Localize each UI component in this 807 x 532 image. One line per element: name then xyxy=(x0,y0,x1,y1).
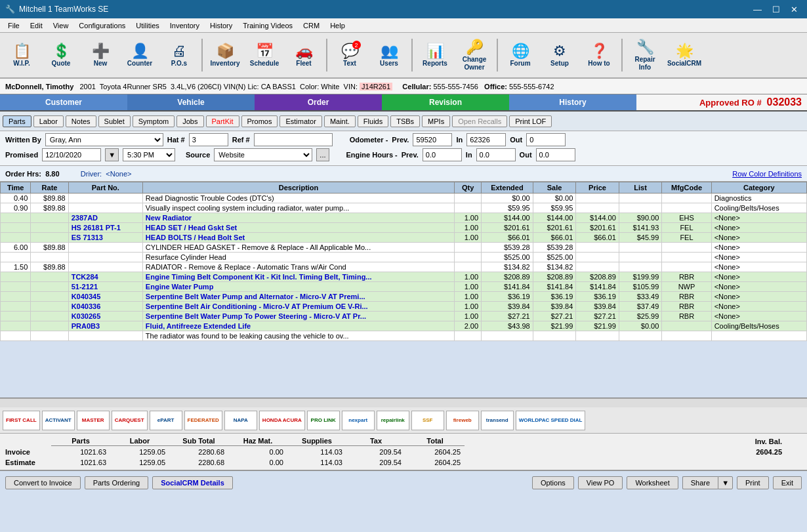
cell-price[interactable]: $208.89 xyxy=(576,272,619,282)
tab-order[interactable]: Order xyxy=(255,94,382,110)
toolbar-btn-fleet[interactable]: 🚗Fleet xyxy=(285,35,323,75)
tab-history[interactable]: History xyxy=(509,94,636,110)
cell-category[interactable]: Cooling/Belts/Hoses xyxy=(711,321,806,331)
menu-item-help[interactable]: Help xyxy=(325,21,350,30)
cell-rate[interactable] xyxy=(31,282,68,292)
cell-category[interactable]: <None> xyxy=(711,233,806,243)
table-row[interactable]: K040336Serpentine Belt Air Conditioning … xyxy=(1,302,807,312)
cell-mfgcode[interactable]: RBR xyxy=(662,272,711,282)
logo-repairlink[interactable]: repairlink xyxy=(377,411,409,430)
toolbar-btn-forum[interactable]: 🌐Forum xyxy=(501,35,539,75)
cell-price[interactable]: $144.00 xyxy=(576,213,619,223)
cell-list[interactable]: $37.49 xyxy=(619,302,662,312)
cell-rate[interactable] xyxy=(31,321,68,331)
cell-qty[interactable]: 1.00 xyxy=(455,282,482,292)
table-row[interactable]: Resurface Cylinder Head$525.00$525.00<No… xyxy=(1,253,807,262)
cell-extended[interactable]: $539.28 xyxy=(482,243,533,253)
view-po-btn[interactable]: View PO xyxy=(578,476,623,489)
cell-category[interactable]: <None> xyxy=(711,282,806,292)
toolbar-btn-setup[interactable]: ⚙Setup xyxy=(541,35,579,75)
toolbar-btn-changeowner[interactable]: 🔑Change Owner xyxy=(455,35,493,75)
cell-list[interactable] xyxy=(619,253,662,262)
share-dropdown[interactable]: Share ▼ xyxy=(682,476,733,489)
cell-time[interactable] xyxy=(1,282,31,292)
table-row[interactable]: 0.40$89.88Read Diagnostic Trouble Codes … xyxy=(1,194,807,203)
odometer-out[interactable] xyxy=(526,133,566,146)
cell-time[interactable] xyxy=(1,331,31,341)
cell-time[interactable] xyxy=(1,253,31,262)
cell-category[interactable]: <None> xyxy=(711,312,806,321)
cell-mfgcode[interactable] xyxy=(662,331,711,341)
cell-list[interactable] xyxy=(619,203,662,213)
cell-desc[interactable]: Fluid, Antifreeze Extended Life xyxy=(142,321,454,331)
sub-tab-symptom[interactable]: Symptom xyxy=(133,115,175,127)
cell-qty[interactable] xyxy=(455,194,482,203)
cell-sale[interactable]: $0.00 xyxy=(533,194,576,203)
options-btn[interactable]: Options xyxy=(532,476,574,489)
cell-list[interactable] xyxy=(619,331,662,341)
hat-input[interactable] xyxy=(189,133,228,146)
cell-rate[interactable] xyxy=(31,302,68,312)
toolbar-btn-inventory[interactable]: 📦Inventory xyxy=(206,35,244,75)
cell-list[interactable]: $25.99 xyxy=(619,312,662,321)
source-extra-btn[interactable]: ... xyxy=(316,148,329,161)
cell-category[interactable]: <None> xyxy=(711,253,806,262)
cell-rate[interactable] xyxy=(31,331,68,341)
maximize-btn[interactable]: ☐ xyxy=(768,3,784,16)
cell-rate[interactable] xyxy=(31,312,68,321)
promised-time-select[interactable]: 5:30 PM xyxy=(123,148,175,161)
cell-qty[interactable] xyxy=(455,262,482,272)
sub-tab-tsbs[interactable]: TSBs xyxy=(390,115,420,127)
table-row[interactable]: 6.00$89.88CYLINDER HEAD GASKET - Remove … xyxy=(1,243,807,253)
toolbar-btn-schedule[interactable]: 📅Schedule xyxy=(245,35,283,75)
menu-item-inventory[interactable]: Inventory xyxy=(165,21,205,30)
cell-qty[interactable]: 1.00 xyxy=(455,233,482,243)
logo-pro-link[interactable]: PRO LINK xyxy=(307,411,340,430)
cell-sale[interactable]: $66.01 xyxy=(533,233,576,243)
cell-sale[interactable]: $21.99 xyxy=(533,321,576,331)
logo-master[interactable]: MASTER xyxy=(77,411,110,430)
socialcrm-details-btn[interactable]: SocialCRM Details xyxy=(152,476,233,489)
cell-sale[interactable]: $39.84 xyxy=(533,302,576,312)
cell-mfgcode[interactable] xyxy=(662,194,711,203)
promised-date[interactable] xyxy=(42,148,101,161)
toolbar-btn-reports[interactable]: 📊Reports xyxy=(416,35,454,75)
cell-partno[interactable] xyxy=(68,253,142,262)
cell-list[interactable] xyxy=(619,262,662,272)
cell-qty[interactable]: 1.00 xyxy=(455,223,482,233)
sub-tab-parts[interactable]: Parts xyxy=(3,115,31,127)
sub-tab-promos[interactable]: Promos xyxy=(241,115,278,127)
cell-price[interactable] xyxy=(576,331,619,341)
cell-list[interactable]: $141.93 xyxy=(619,223,662,233)
cell-price[interactable] xyxy=(576,194,619,203)
cell-category[interactable]: Diagnostics xyxy=(711,194,806,203)
logo-first-call[interactable]: FIRST CALL xyxy=(3,411,40,430)
cell-desc[interactable]: Engine Water Pump xyxy=(142,282,454,292)
menu-item-view[interactable]: View xyxy=(48,21,74,30)
cell-mfgcode[interactable]: RBR xyxy=(662,302,711,312)
table-row[interactable]: HS 26181 PT-1HEAD SET / Head Gskt Set1.0… xyxy=(1,223,807,233)
logo-epart[interactable]: ePART xyxy=(150,411,182,430)
cell-time[interactable] xyxy=(1,213,31,223)
cell-time[interactable]: 6.00 xyxy=(1,243,31,253)
cell-partno[interactable] xyxy=(68,331,142,341)
tab-revision[interactable]: Revision xyxy=(382,94,509,110)
toolbar-btn-quote[interactable]: 💲Quote xyxy=(42,35,80,75)
cell-time[interactable]: 0.90 xyxy=(1,203,31,213)
cell-extended[interactable]: $525.00 xyxy=(482,253,533,262)
convert-invoice-btn[interactable]: Convert to Invoice xyxy=(5,476,81,489)
cell-list[interactable]: $90.00 xyxy=(619,213,662,223)
main-table-scroll[interactable]: Time Rate Part No. Description Qty Exten… xyxy=(0,182,807,398)
cell-time[interactable]: 1.50 xyxy=(1,262,31,272)
cell-rate[interactable]: $89.88 xyxy=(31,203,68,213)
cell-rate[interactable]: $89.88 xyxy=(31,262,68,272)
date-dropdown-btn[interactable]: ▼ xyxy=(105,148,119,161)
table-row[interactable]: 0.90$89.88Visually inspect cooling syste… xyxy=(1,203,807,213)
cell-extended[interactable] xyxy=(482,331,533,341)
cell-time[interactable] xyxy=(1,302,31,312)
cell-mfgcode[interactable] xyxy=(662,203,711,213)
logo-ssf[interactable]: SSF xyxy=(411,411,444,430)
sub-tab-notes[interactable]: Notes xyxy=(66,115,96,127)
cell-desc[interactable]: New Radiator xyxy=(142,213,454,223)
cell-price[interactable] xyxy=(576,203,619,213)
